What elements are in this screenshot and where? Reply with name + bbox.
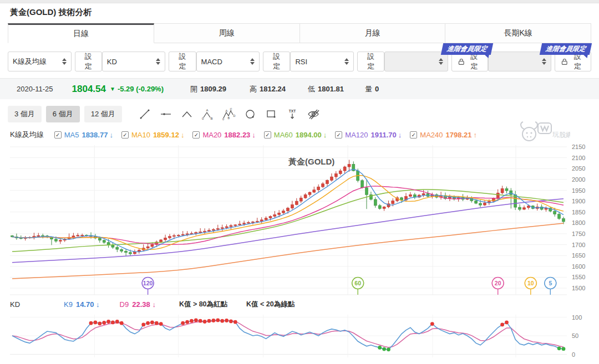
ma120-legend-item: ✓ MA1201911.70↓	[335, 131, 402, 139]
svg-text:2100: 2100	[572, 155, 585, 161]
eye-off-icon	[307, 108, 320, 120]
ma-balloon-10: 10	[525, 278, 536, 295]
main-candlestick-chart[interactable]: 2150210020502000195019001850180017501700…	[0, 142, 599, 296]
rectangle-shape-icon	[265, 108, 277, 120]
quote-bar: 2020-11-25 1804.54 ▼ -5.29 (-0.29%) 開180…	[0, 78, 599, 99]
select-arrows-icon	[439, 58, 443, 65]
ma-balloon-5: 5	[545, 278, 556, 295]
trendline-tool-button[interactable]	[134, 106, 155, 122]
svg-text:B: B	[210, 117, 212, 120]
wantgoo-logo-text: 玩股網	[552, 131, 570, 139]
ma240-checkbox[interactable]: ✓	[410, 131, 417, 139]
rectangle-tool-button[interactable]	[261, 106, 282, 122]
kd-green-dot-note: K值 < 20為綠點	[246, 300, 295, 309]
svg-text:2050: 2050	[572, 165, 585, 172]
horizontal-ray-tool-button[interactable]	[155, 106, 176, 122]
wantgoo-bull-logo: 玩股網	[518, 119, 570, 144]
indicator-controls-row: K線及均線 設定 KD 設定 MACD 設定 RSI 設定	[8, 52, 591, 71]
settings-button[interactable]: 設定	[75, 52, 102, 71]
svg-text:0: 0	[222, 117, 224, 121]
lock-icon	[561, 58, 568, 65]
kd-signal-dots	[89, 319, 566, 352]
tab-monthly[interactable]: 月線	[300, 23, 446, 43]
premium-member-badge: 進階會員限定	[441, 43, 493, 55]
ma-balloon-20: 20	[492, 278, 504, 295]
svg-text:1500: 1500	[572, 285, 585, 291]
ma-balloon-60: 60	[352, 278, 364, 295]
ma60-checkbox[interactable]: ✓	[264, 131, 271, 139]
svg-text:2000: 2000	[572, 176, 585, 183]
svg-text:1900: 1900	[572, 198, 585, 204]
settings-button[interactable]: 設定	[263, 52, 290, 71]
trendline-icon	[139, 108, 151, 120]
ma-line-MA240	[12, 223, 564, 279]
tab-longterm[interactable]: 長期K線	[445, 23, 591, 43]
svg-text:1700: 1700	[572, 242, 585, 248]
range-3m-button[interactable]: 3 個月	[8, 106, 42, 122]
svg-text:A: A	[206, 109, 208, 112]
angle-icon	[181, 108, 193, 120]
chart-toolbar: 3 個月 6 個月 12 個月 A0B AC0BD	[8, 106, 324, 122]
page-title: 黃金(GOLD) 技術分析	[10, 7, 92, 18]
dropdown-value: KD	[107, 58, 117, 66]
settings-button[interactable]: 設定	[357, 52, 384, 71]
indicator-dropdown-macd[interactable]: MACD	[196, 52, 260, 71]
svg-text:5: 5	[549, 280, 552, 286]
indicator-dropdown-kd[interactable]: KD	[102, 52, 166, 71]
text-tool-button[interactable]: TXT	[282, 106, 303, 122]
range-6m-button[interactable]: 6 個月	[46, 106, 80, 122]
ma-line-MA60	[12, 189, 564, 252]
indicator-group-2: KD 設定	[102, 52, 196, 71]
svg-text:20: 20	[495, 280, 501, 286]
indicator-group-4: RSI 設定	[290, 52, 384, 71]
tab-weekly[interactable]: 周線	[154, 23, 300, 43]
indicator-dropdown-locked[interactable]	[384, 52, 448, 71]
wave-abcd-icon: AC0BD	[222, 107, 236, 121]
down-triangle-icon: ▼	[110, 86, 115, 92]
dropdown-value: RSI	[295, 58, 307, 66]
kd-indicator-chart[interactable]: 100500	[0, 310, 599, 364]
dropdown-value: MACD	[201, 58, 222, 66]
ma120-checkbox[interactable]: ✓	[335, 131, 342, 139]
ma-legend-row: K線及均線 ✓ MA51838.77↓ ✓ MA101859.12↓ ✓ MA2…	[10, 130, 485, 140]
svg-text:1550: 1550	[572, 274, 585, 280]
chart-title: 黃金(GOLD)	[288, 157, 334, 166]
indicator-dropdown-main[interactable]: K線及均線	[8, 52, 72, 71]
svg-text:50: 50	[572, 332, 578, 339]
svg-text:C: C	[230, 107, 232, 111]
circle-tool-button[interactable]	[240, 106, 261, 122]
quote-change: -5.29 (-0.29%)	[118, 85, 164, 93]
kd-d-value: D922.38 ↓	[120, 300, 156, 309]
kd-title: KD	[10, 300, 64, 309]
technical-analysis-page: 黃金(GOLD) 技術分析 日線 周線 月線 長期K線 進階會員限定 進階會員限…	[0, 0, 599, 364]
angle-tool-button[interactable]	[176, 106, 197, 122]
indicator-dropdown-rsi[interactable]: RSI	[290, 52, 354, 71]
select-arrows-icon	[62, 58, 67, 65]
hide-drawings-button[interactable]	[303, 106, 324, 122]
quote-volume: 量0	[365, 84, 379, 94]
ma20-checkbox[interactable]: ✓	[192, 131, 200, 139]
tab-daily[interactable]: 日線	[8, 23, 154, 43]
ma5-checkbox[interactable]: ✓	[54, 131, 62, 139]
svg-text:D: D	[233, 114, 235, 117]
range-12m-button[interactable]: 12 個月	[84, 106, 122, 122]
ma10-checkbox[interactable]: ✓	[121, 131, 129, 139]
wave-ab-tool-button[interactable]: A0B	[197, 106, 219, 122]
period-tabbar: 日線 周線 月線 長期K線	[8, 23, 591, 43]
kd-red-dot-note: K值 > 80為紅點	[179, 300, 227, 309]
svg-text:1850: 1850	[572, 209, 585, 216]
svg-text:TXT: TXT	[289, 109, 296, 113]
ma20-legend-item: ✓ MA201882.23↓	[192, 131, 255, 139]
svg-text:2150: 2150	[572, 143, 585, 150]
indicator-group-1: K線及均線 設定	[8, 52, 102, 71]
ma-balloon-120: 120	[142, 278, 154, 295]
ma-legend-title: K線及均線	[10, 130, 44, 140]
svg-text:120: 120	[143, 280, 153, 286]
text-tool-icon: TXT	[286, 108, 298, 120]
ma5-legend-item: ✓ MA51838.77↓	[54, 131, 113, 139]
settings-button[interactable]: 設定	[169, 52, 196, 71]
svg-text:B: B	[227, 116, 230, 120]
svg-text:10: 10	[527, 280, 534, 286]
wave-abcd-tool-button[interactable]: AC0BD	[219, 106, 240, 122]
quote-open: 開1809.29	[190, 84, 226, 94]
